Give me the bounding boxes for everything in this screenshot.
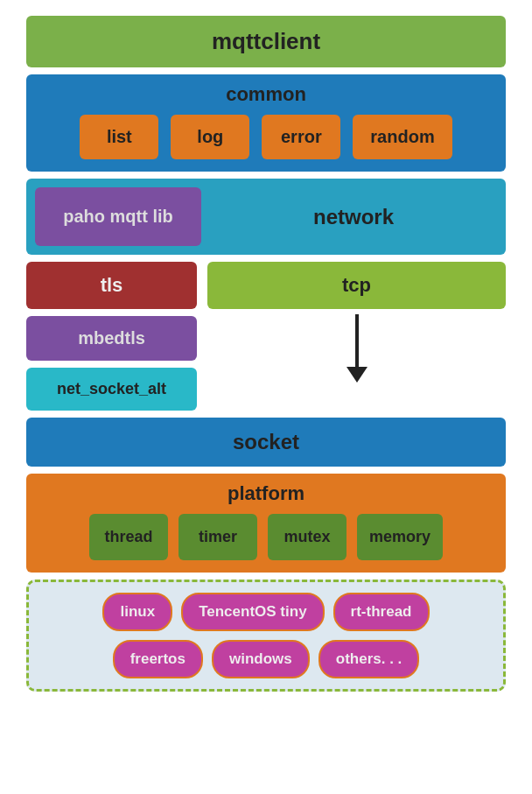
os-row-1: linux TencentOS tiny rt-thread	[38, 593, 494, 631]
tls-label: tls	[101, 274, 123, 296]
tcp-col: tcp	[207, 262, 506, 383]
common-item-log: log	[171, 115, 249, 159]
mqttclient-label: mqttclient	[212, 28, 320, 54]
mqttclient-box: mqttclient	[26, 16, 506, 67]
common-item-error: error	[262, 115, 340, 159]
os-item-linux: linux	[102, 593, 172, 631]
os-item-freertos: freertos	[113, 640, 203, 678]
paho-label: paho mqtt lib	[63, 207, 173, 226]
platform-item-memory: memory	[357, 514, 443, 560]
network-label: network	[313, 205, 394, 229]
socket-box: socket	[26, 418, 506, 467]
network-wrapper: paho mqtt lib network	[26, 179, 506, 255]
common-container: common list log error random	[26, 74, 506, 172]
platform-title: platform	[37, 482, 495, 505]
socket-label: socket	[233, 430, 299, 453]
os-item-others: others. . .	[318, 640, 420, 678]
common-item-list: list	[80, 115, 158, 159]
paho-mqtt-box: paho mqtt lib	[35, 187, 201, 246]
common-items: list log error random	[37, 115, 495, 159]
net-socket-alt-box: net_socket_alt	[26, 368, 197, 411]
platform-item-timer: timer	[178, 514, 257, 560]
common-title: common	[37, 83, 495, 106]
mbedtls-box: mbedtls	[26, 316, 197, 361]
architecture-diagram: mqttclient common list log error random …	[26, 16, 506, 692]
os-item-windows: windows	[212, 640, 310, 678]
platform-container: platform thread timer mutex memory	[26, 474, 506, 573]
platform-item-mutex: mutex	[268, 514, 346, 560]
tls-box: tls	[26, 262, 197, 309]
tcp-box: tcp	[207, 262, 506, 309]
common-item-random: random	[353, 115, 452, 159]
os-container: linux TencentOS tiny rt-thread freertos …	[26, 580, 506, 692]
os-item-rtthread: rt-thread	[333, 593, 430, 631]
network-label-area: network	[210, 187, 497, 246]
arrow-down	[346, 314, 368, 383]
tls-tcp-row: tls mbedtls net_socket_alt tcp	[26, 262, 506, 411]
tls-col: tls mbedtls net_socket_alt	[26, 262, 197, 411]
platform-items: thread timer mutex memory	[37, 514, 495, 560]
mbedtls-label: mbedtls	[78, 328, 145, 348]
platform-item-thread: thread	[89, 514, 168, 560]
net-socket-alt-label: net_socket_alt	[57, 380, 166, 397]
tcp-label: tcp	[342, 274, 371, 296]
os-item-tencentos: TencentOS tiny	[181, 593, 324, 631]
os-row-2: freertos windows others. . .	[38, 640, 494, 678]
